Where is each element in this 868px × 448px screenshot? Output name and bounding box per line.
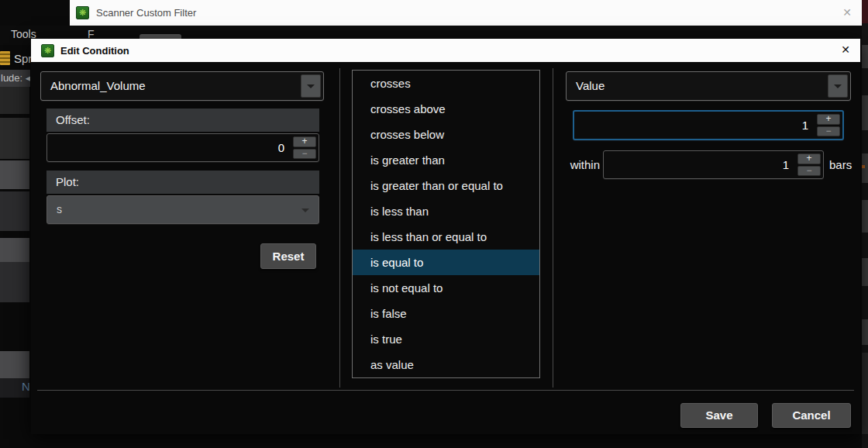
background-lude-bar: lude: ◂: [0, 70, 30, 87]
reset-button[interactable]: Reset: [260, 243, 316, 269]
scanner-close-icon[interactable]: ✕: [842, 6, 852, 19]
app-icon: ❋: [76, 6, 89, 19]
value-spinner: + −: [817, 114, 840, 136]
spinner-plus-button[interactable]: +: [817, 114, 840, 125]
cancel-button[interactable]: Cancel: [772, 403, 851, 428]
background-row: [0, 262, 29, 302]
operator-list-item[interactable]: is not equal to: [353, 275, 539, 301]
background-strip-segment: [862, 353, 868, 434]
chevron-down-icon: [834, 84, 842, 88]
background-row: N: [0, 378, 29, 398]
background-spr-row: Spr: [0, 48, 32, 68]
dialog-close-icon[interactable]: ✕: [841, 43, 850, 56]
background-strip-segment: [862, 258, 868, 286]
study-combobox[interactable]: Abnormal_Volume: [40, 71, 324, 101]
dialog-title: Edit Condition: [60, 45, 129, 57]
spinner-plus-button[interactable]: +: [293, 136, 316, 147]
value-input[interactable]: 1 + −: [573, 110, 844, 140]
operator-list-item[interactable]: crosses: [353, 71, 539, 96]
plot-dropdown[interactable]: s: [46, 195, 319, 224]
value-input-value: 1: [802, 112, 808, 139]
within-input-value: 1: [783, 151, 789, 178]
dialog-titlebar[interactable]: ❋ Edit Condition ✕: [31, 39, 860, 62]
background-row: [0, 160, 29, 189]
chevron-down-icon: [307, 84, 315, 88]
save-button[interactable]: Save: [680, 403, 758, 428]
spinner-minus-button[interactable]: −: [817, 126, 840, 137]
scanner-window-title: Scanner Custom Filter: [96, 7, 196, 19]
background-strip-segment: [862, 200, 868, 233]
compare-combobox[interactable]: Value: [566, 71, 851, 101]
offset-label: Offset:: [46, 109, 319, 132]
panel-divider: [553, 68, 553, 388]
background-row: [0, 87, 29, 114]
spr-label: Spr: [14, 52, 32, 65]
background-row: [0, 351, 29, 378]
app-icon: ❋: [41, 44, 54, 57]
background-row: [0, 238, 29, 262]
study-combobox-value: Abnormal_Volume: [50, 72, 146, 100]
compare-combobox-value: Value: [576, 72, 604, 100]
operator-list[interactable]: crosses crosses above crosses below is g…: [352, 70, 540, 378]
spinner-minus-button[interactable]: −: [293, 149, 316, 160]
operator-list-item[interactable]: is less than or equal to: [353, 224, 539, 250]
background-strip-segment: [862, 95, 868, 130]
within-spinner: + −: [797, 153, 821, 176]
operator-list-item[interactable]: crosses above: [353, 96, 539, 122]
dialog-body: Abnormal_Volume Offset: 0 + − Plot: s Re…: [31, 62, 860, 434]
plot-dropdown-value: s: [57, 196, 62, 223]
study-combobox-button[interactable]: [301, 74, 321, 98]
operator-list-item[interactable]: is greater than: [353, 147, 539, 173]
operator-list-item[interactable]: is less than: [353, 198, 539, 224]
background-row: [0, 118, 29, 159]
plot-label: Plot:: [46, 171, 319, 194]
background-right-strip: [862, 0, 868, 448]
operator-list-item-selected[interactable]: is equal to: [353, 250, 539, 275]
offset-spinner: + −: [293, 136, 316, 159]
background-row: [0, 191, 29, 231]
bars-label: bars: [829, 150, 852, 179]
operator-list-item[interactable]: is false: [353, 301, 539, 326]
offset-input-value: 0: [278, 134, 284, 161]
operator-list-item[interactable]: is greater than or equal to: [353, 173, 539, 198]
screen: ❋ Scanner Custom Filter ✕ Tools F Spr lu…: [0, 0, 868, 448]
background-n-label: N: [22, 380, 30, 393]
spinner-plus-button[interactable]: +: [797, 153, 821, 164]
background-orange-dot: [862, 165, 865, 168]
background-red-fragment: [862, 0, 868, 23]
background-strip-segment: [862, 45, 868, 68]
chevron-down-icon: [301, 208, 309, 212]
background-strip-segment: [862, 319, 868, 345]
spinner-minus-button[interactable]: −: [797, 166, 821, 177]
offset-input[interactable]: 0 + −: [46, 133, 319, 162]
scanner-window-titlebar[interactable]: ❋ Scanner Custom Filter ✕: [70, 0, 863, 26]
operator-list-item[interactable]: crosses below: [353, 122, 539, 147]
background-strip-segment: [862, 153, 868, 183]
panel-divider: [339, 68, 340, 388]
compare-combobox-button[interactable]: [828, 74, 848, 98]
operator-list-item[interactable]: as value: [353, 352, 539, 377]
within-label: within: [563, 150, 600, 179]
operator-list-item[interactable]: is true: [353, 326, 539, 352]
within-input[interactable]: 1 + −: [603, 150, 824, 179]
footer-separator: [37, 390, 854, 391]
edit-condition-dialog: ❋ Edit Condition ✕ Abnormal_Volume Offse…: [31, 39, 860, 434]
list-icon: [0, 51, 10, 65]
